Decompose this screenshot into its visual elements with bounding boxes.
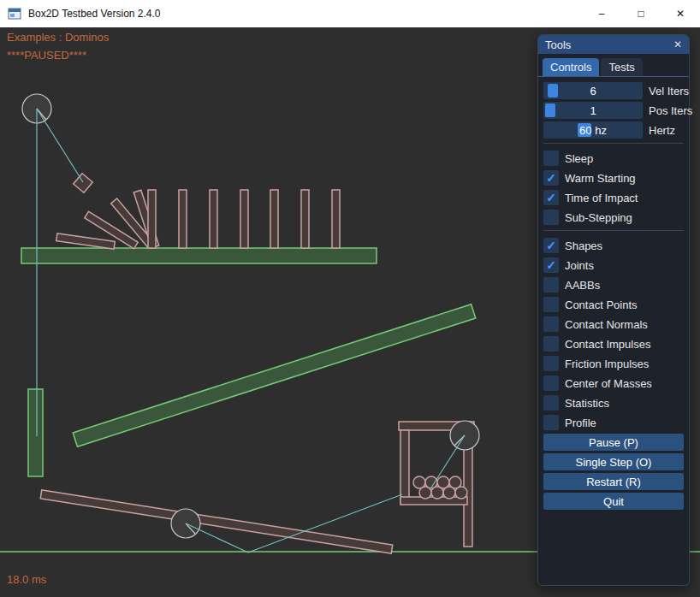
checkbox-friction-impulses[interactable]: ✓ Friction Impulses [543,355,684,372]
domino[interactable] [179,190,187,248]
pos-iters-slider[interactable]: 1 [543,102,643,119]
example-label: Examples : Dominos [7,31,109,44]
vel-iters-label: Vel Iters [649,85,689,98]
pos-iters-row: 1 Pos Iters [543,102,684,119]
checkbox-sub-stepping[interactable]: ✓ Sub-Stepping [543,209,684,226]
checkbox-box[interactable]: ✓ [543,375,559,391]
checkbox-box[interactable]: ✓ [543,238,559,253]
domino[interactable] [332,190,340,248]
checkbox-box[interactable]: ✓ [543,395,559,411]
domino[interactable] [240,190,248,248]
pendulum-box[interactable] [74,174,93,193]
checkbox-center-of-masses[interactable]: ✓ Center of Masses [543,375,684,392]
pause-button[interactable]: Pause (P) [543,434,684,451]
checkbox-box[interactable]: ✓ [543,316,559,332]
window-title: Box2D Testbed Version 2.4.0 [28,8,161,20]
joint-line [37,109,83,182]
app-icon [8,7,21,21]
checkbox-box[interactable]: ✓ [543,336,559,352]
os-titlebar[interactable]: Box2D Testbed Version 2.4.0 – □ ✕ [0,0,700,27]
separator [543,143,684,144]
tools-panel-title: Tools [545,38,571,51]
close-button[interactable]: ✕ [661,0,700,27]
ball[interactable] [443,487,455,499]
domino[interactable] [270,190,278,248]
checkbox-box[interactable]: ✓ [543,170,559,186]
checkbox-box[interactable]: ✓ [543,210,559,225]
checkbox-box[interactable]: ✓ [543,151,559,166]
checkbox-contact-impulses[interactable]: ✓ Contact Impulses [543,335,684,352]
single-step-button[interactable]: Single Step (O) [543,453,684,470]
paused-label: ****PAUSED**** [7,49,86,62]
checkbox-sleep[interactable]: ✓ Sleep [543,150,684,167]
checkbox-contact-normals[interactable]: ✓ Contact Normals [543,316,684,333]
ball[interactable] [419,487,431,499]
tools-panel: Tools ✕ Controls Tests 6 Vel Iters 1 Pos… [537,34,690,586]
checkbox-box[interactable]: ✓ [543,356,559,371]
ball[interactable] [455,487,467,499]
checkbox-box[interactable]: ✓ [543,257,559,273]
checkbox-aabbs[interactable]: ✓ AABBs [543,276,684,293]
check-icon: ✓ [546,239,556,251]
window-controls: – □ ✕ [582,0,700,27]
tab-tests[interactable]: Tests [601,58,642,76]
tools-tabbar: Controls Tests [538,54,689,77]
vel-iters-row: 6 Vel Iters [543,82,684,99]
domino[interactable] [301,190,309,248]
quit-button[interactable]: Quit [543,493,684,510]
check-icon: ✓ [546,259,556,271]
checkbox-box[interactable]: ✓ [543,277,559,293]
checkbox-warm-starting[interactable]: ✓ Warm Starting [543,169,684,186]
dynamic-bodies[interactable] [40,174,474,553]
checkbox-statistics[interactable]: ✓ Statistics [543,394,684,411]
checkbox-box[interactable]: ✓ [543,415,559,430]
checkbox-time-of-impact[interactable]: ✓ Time of Impact [543,189,684,206]
tools-panel-body: 6 Vel Iters 1 Pos Iters 60 hz Hertz ✓ Sl… [538,77,689,510]
checkbox-profile[interactable]: ✓ Profile [543,414,684,431]
checkbox-box[interactable]: ✓ [543,190,559,205]
restart-button[interactable]: Restart (R) [543,473,684,490]
ball[interactable] [431,487,443,499]
checkbox-box[interactable]: ✓ [543,297,559,312]
minimize-button[interactable]: – [582,0,621,27]
tools-panel-titlebar[interactable]: Tools ✕ [538,35,689,54]
hertz-row: 60 hz Hertz [543,121,684,139]
maximize-button[interactable]: □ [621,0,661,27]
hertz-slider[interactable]: 60 hz [543,121,643,139]
check-icon: ✓ [546,192,556,204]
frame-time-label: 18.0 ms [7,573,46,586]
domino[interactable] [148,190,156,248]
separator [543,230,684,231]
checkbox-contact-points[interactable]: ✓ Contact Points [543,296,684,313]
seesaw-plank[interactable] [40,490,393,553]
domino-platform [21,248,377,263]
pos-iters-label: Pos Iters [649,104,692,117]
panel-close-icon[interactable]: ✕ [673,39,682,50]
circle-bodies[interactable] [22,94,479,538]
checkbox-joints[interactable]: ✓ Joints [543,257,684,274]
check-icon: ✓ [546,172,556,184]
hertz-label: Hertz [649,124,675,137]
domino[interactable] [210,190,217,248]
domino[interactable] [56,233,116,249]
vertical-plank [28,389,43,476]
tab-controls[interactable]: Controls [543,58,599,76]
checkbox-shapes[interactable]: ✓ Shapes [543,237,684,254]
vel-iters-slider[interactable]: 6 [543,82,643,99]
frame-left-plank[interactable] [400,430,409,504]
